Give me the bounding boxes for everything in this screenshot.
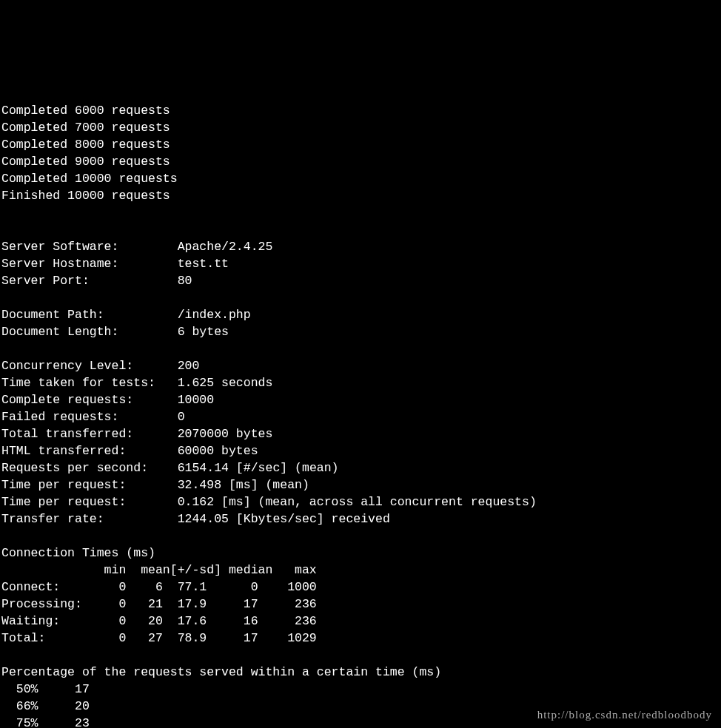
value: 80	[178, 274, 192, 288]
label: Time taken for tests:	[1, 376, 155, 390]
watermark-text: http://blog.csdn.net/redbloodbody	[537, 707, 712, 724]
progress-line: Completed 9000 requests	[1, 155, 170, 169]
value: 10000	[178, 393, 215, 407]
percentile-row: 66% 20	[1, 699, 90, 713]
complete-requests-row: Complete requests: 10000	[1, 393, 214, 407]
label: Time per request:	[1, 495, 126, 509]
label: Requests per second:	[1, 461, 148, 475]
concurrency-row: Concurrency Level: 200	[1, 359, 199, 373]
connection-times-header: min mean[+/-sd] median max	[1, 563, 317, 577]
failed-requests-row: Failed requests: 0	[1, 410, 185, 424]
connection-waiting-row: Waiting: 0 20 17.6 16 236	[1, 614, 317, 628]
label: HTML transferred:	[1, 444, 126, 458]
value: 1244.05 [Kbytes/sec] received	[178, 512, 390, 526]
label: Time per request:	[1, 478, 126, 492]
connection-total-row: Total: 0 27 78.9 17 1029	[1, 631, 317, 645]
html-transferred-row: HTML transferred: 60000 bytes	[1, 444, 258, 458]
time-taken-row: Time taken for tests: 1.625 seconds	[1, 376, 272, 390]
progress-line: Completed 7000 requests	[1, 121, 170, 135]
terminal-output: Completed 6000 requests Completed 7000 r…	[0, 85, 721, 728]
server-hostname-row: Server Hostname: test.tt	[1, 257, 229, 271]
progress-line: Finished 10000 requests	[1, 189, 170, 203]
server-software-row: Server Software: Apache/2.4.25	[1, 240, 272, 254]
progress-line: Completed 6000 requests	[1, 104, 170, 118]
label: Complete requests:	[1, 393, 133, 407]
value: 0	[178, 410, 185, 424]
total-transferred-row: Total transferred: 2070000 bytes	[1, 427, 272, 441]
value: 6 bytes	[178, 325, 229, 339]
value: 0.162 [ms] (mean, across all concurrent …	[178, 495, 537, 509]
label: Failed requests:	[1, 410, 118, 424]
connection-processing-row: Processing: 0 21 17.9 17 236	[1, 597, 317, 611]
tpr-row: Time per request: 32.498 [ms] (mean)	[1, 478, 309, 492]
value: 32.498 [ms] (mean)	[178, 478, 309, 492]
connection-times-title: Connection Times (ms)	[1, 546, 155, 560]
value: 1.625 seconds	[178, 376, 273, 390]
value: 2070000 bytes	[178, 427, 273, 441]
value: 60000 bytes	[178, 444, 258, 458]
document-length-row: Document Length: 6 bytes	[1, 325, 229, 339]
label: Total transferred:	[1, 427, 133, 441]
percentile-title: Percentage of the requests served within…	[1, 665, 441, 679]
label: Concurrency Level:	[1, 359, 133, 373]
tpr-concurrent-row: Time per request: 0.162 [ms] (mean, acro…	[1, 495, 537, 509]
server-port-row: Server Port: 80	[1, 274, 192, 288]
value: 200	[178, 359, 200, 373]
label: Server Software:	[1, 240, 118, 254]
value: Apache/2.4.25	[178, 240, 273, 254]
connection-connect-row: Connect: 0 6 77.1 0 1000	[1, 580, 317, 594]
label: Document Length:	[1, 325, 118, 339]
value: 6154.14 [#/sec] (mean)	[178, 461, 339, 475]
label: Server Port:	[1, 274, 90, 288]
value: test.tt	[178, 257, 229, 271]
rps-row: Requests per second: 6154.14 [#/sec] (me…	[1, 461, 339, 475]
label: Server Hostname:	[1, 257, 118, 271]
label: Document Path:	[1, 308, 104, 322]
percentile-row: 75% 23	[1, 716, 90, 728]
percentile-row: 50% 17	[1, 682, 90, 696]
document-path-row: Document Path: /index.php	[1, 308, 251, 322]
progress-line: Completed 8000 requests	[1, 138, 170, 152]
value: /index.php	[178, 308, 251, 322]
transfer-rate-row: Transfer rate: 1244.05 [Kbytes/sec] rece…	[1, 512, 390, 526]
progress-line: Completed 10000 requests	[1, 172, 178, 186]
label: Transfer rate:	[1, 512, 104, 526]
